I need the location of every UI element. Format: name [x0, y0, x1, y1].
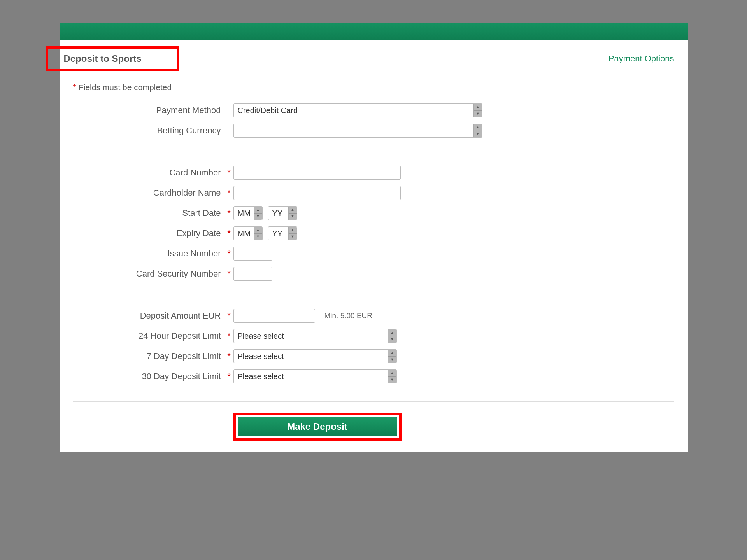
start-date-month-select[interactable]: MM ▲ ▼	[233, 206, 263, 220]
card-security-number-label: Card Security Number	[73, 269, 225, 279]
stepper-icon: ▲ ▼	[388, 329, 396, 343]
payment-method-row: Payment Method Credit/Debit Card ▲ ▼	[73, 103, 674, 117]
deposit-amount-row: Deposit Amount EUR * Min. 5.00 EUR	[73, 309, 674, 323]
cardholder-name-row: Cardholder Name *	[73, 186, 674, 200]
chevron-up-icon: ▲	[388, 350, 396, 357]
cardholder-name-input[interactable]	[233, 186, 401, 200]
betting-currency-select[interactable]: ▲ ▼	[233, 124, 482, 138]
payment-method-value: Credit/Debit Card	[234, 104, 482, 117]
asterisk-icon: *	[227, 228, 231, 238]
submit-highlight-box: Make Deposit	[233, 413, 402, 441]
asterisk-icon: *	[227, 371, 231, 381]
expiry-date-label: Expiry Date	[73, 228, 225, 238]
asterisk-icon: *	[227, 331, 231, 341]
make-deposit-button[interactable]: Make Deposit	[238, 417, 397, 436]
card-security-number-input[interactable]	[233, 267, 272, 281]
limit-30d-row: 30 Day Deposit Limit * Please select ▲ ▼	[73, 369, 674, 383]
issue-number-input[interactable]	[233, 247, 272, 261]
limit-24h-select[interactable]: Please select ▲ ▼	[233, 329, 397, 343]
chevron-up-icon: ▲	[474, 104, 482, 111]
chevron-down-icon: ▼	[289, 214, 297, 220]
stepper-icon: ▲ ▼	[388, 370, 396, 383]
chevron-down-icon: ▼	[254, 234, 262, 240]
deposit-amount-input[interactable]	[233, 309, 315, 323]
chevron-down-icon: ▼	[388, 336, 396, 343]
payment-method-label: Payment Method	[73, 105, 225, 116]
asterisk-icon: *	[227, 269, 231, 278]
asterisk-icon: *	[227, 248, 231, 258]
chevron-down-icon: ▼	[474, 131, 482, 138]
deposit-min-hint: Min. 5.00 EUR	[324, 312, 373, 320]
payment-method-select[interactable]: Credit/Debit Card ▲ ▼	[233, 103, 482, 117]
card-security-number-row: Card Security Number *	[73, 267, 674, 281]
limit-24h-label: 24 Hour Deposit Limit	[73, 331, 225, 341]
betting-currency-row: Betting Currency ▲ ▼	[73, 124, 674, 138]
stepper-icon: ▲ ▼	[473, 104, 482, 117]
card-number-row: Card Number *	[73, 166, 674, 180]
asterisk-icon: *	[227, 208, 231, 218]
stepper-icon: ▲ ▼	[288, 206, 297, 220]
chevron-down-icon: ▼	[254, 214, 262, 220]
top-green-bar	[60, 23, 688, 40]
expiry-date-row: Expiry Date * MM ▲ ▼ YY ▲ ▼	[73, 226, 674, 240]
chevron-down-icon: ▼	[289, 234, 297, 240]
payment-method-section: Payment Method Credit/Debit Card ▲ ▼ Bet…	[73, 103, 674, 156]
card-number-label: Card Number	[73, 168, 225, 178]
asterisk-icon: *	[227, 188, 231, 198]
limit-7d-row: 7 Day Deposit Limit * Please select ▲ ▼	[73, 349, 674, 363]
expiry-date-year-select[interactable]: YY ▲ ▼	[268, 226, 297, 240]
limit-30d-select[interactable]: Please select ▲ ▼	[233, 369, 397, 383]
start-date-label: Start Date	[73, 208, 225, 218]
limit-30d-label: 30 Day Deposit Limit	[73, 371, 225, 382]
cardholder-name-label: Cardholder Name	[73, 188, 225, 198]
limit-7d-label: 7 Day Deposit Limit	[73, 351, 225, 361]
limit-24h-value: Please select	[234, 329, 396, 343]
limit-7d-select[interactable]: Please select ▲ ▼	[233, 349, 397, 363]
issue-number-row: Issue Number *	[73, 247, 674, 261]
chevron-down-icon: ▼	[474, 111, 482, 117]
start-date-row: Start Date * MM ▲ ▼ YY ▲ ▼	[73, 206, 674, 220]
stepper-icon: ▲ ▼	[254, 227, 262, 240]
payment-options-link[interactable]: Payment Options	[608, 54, 674, 64]
page-header: Deposit to Sports Payment Options	[73, 49, 674, 75]
betting-currency-value	[234, 124, 482, 128]
asterisk-icon: *	[227, 168, 231, 177]
chevron-up-icon: ▲	[289, 227, 297, 234]
asterisk-icon: *	[227, 311, 231, 320]
card-number-input[interactable]	[233, 166, 401, 180]
page-container: Deposit to Sports Payment Options * Fiel…	[60, 23, 688, 452]
asterisk-icon: *	[227, 351, 231, 361]
betting-currency-label: Betting Currency	[73, 126, 225, 136]
stepper-icon: ▲ ▼	[473, 124, 482, 137]
chevron-down-icon: ▼	[388, 357, 396, 363]
required-note-text: Fields must be completed	[79, 83, 172, 92]
chevron-up-icon: ▲	[388, 329, 396, 336]
limit-7d-value: Please select	[234, 350, 396, 363]
issue-number-label: Issue Number	[73, 248, 225, 259]
asterisk-icon: *	[73, 82, 77, 92]
stepper-icon: ▲ ▼	[288, 227, 297, 240]
chevron-up-icon: ▲	[254, 206, 262, 214]
chevron-down-icon: ▼	[388, 377, 396, 383]
chevron-up-icon: ▲	[474, 124, 482, 131]
title-highlight-box: Deposit to Sports	[46, 46, 179, 71]
required-fields-note: * Fields must be completed	[73, 75, 674, 103]
submit-row: Make Deposit	[73, 413, 674, 441]
start-date-year-select[interactable]: YY ▲ ▼	[268, 206, 297, 220]
card-details-section: Card Number * Cardholder Name * Start Da…	[73, 166, 674, 299]
limit-30d-value: Please select	[234, 370, 396, 383]
deposit-amount-label: Deposit Amount EUR	[73, 311, 225, 321]
deposit-section: Deposit Amount EUR * Min. 5.00 EUR 24 Ho…	[73, 309, 674, 402]
chevron-up-icon: ▲	[289, 206, 297, 214]
limit-24h-row: 24 Hour Deposit Limit * Please select ▲ …	[73, 329, 674, 343]
expiry-date-month-select[interactable]: MM ▲ ▼	[233, 226, 263, 240]
chevron-up-icon: ▲	[254, 227, 262, 234]
stepper-icon: ▲ ▼	[254, 206, 262, 220]
stepper-icon: ▲ ▼	[388, 350, 396, 363]
page-title: Deposit to Sports	[64, 53, 142, 64]
chevron-up-icon: ▲	[388, 370, 396, 377]
